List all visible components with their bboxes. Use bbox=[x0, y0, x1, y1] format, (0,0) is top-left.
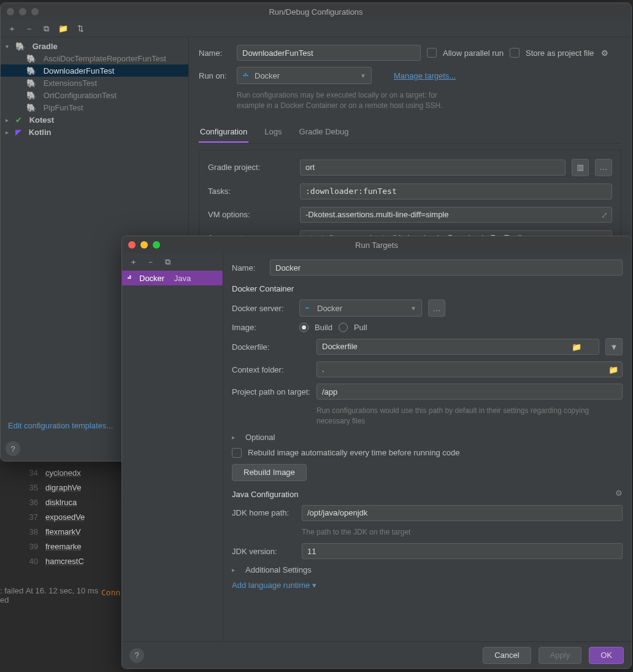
dockerfile-input[interactable]: Dockerfile 📁 bbox=[316, 339, 599, 355]
gear-icon[interactable]: ⚙ bbox=[600, 48, 610, 58]
copy-icon[interactable]: ⧉ bbox=[41, 24, 51, 34]
tree-item[interactable]: 🐘 ExtensionsTest bbox=[1, 77, 188, 89]
tree-item[interactable]: 🐘 AsciiDocTemplateReporterFunTest bbox=[1, 52, 188, 64]
svg-rect-4 bbox=[128, 277, 129, 279]
name-label: Name: bbox=[199, 48, 231, 58]
pull-radio[interactable] bbox=[339, 323, 348, 332]
svg-rect-7 bbox=[305, 307, 307, 309]
tree-gradle[interactable]: ▾🐘 Gradle bbox=[1, 40, 188, 52]
cancel-button[interactable]: Cancel bbox=[483, 647, 531, 664]
targets-sidebar: ＋ － ⧉ Docker Java bbox=[122, 253, 223, 641]
close-icon[interactable] bbox=[128, 241, 136, 249]
apply-button[interactable]: Apply bbox=[539, 647, 582, 664]
help-button[interactable]: ? bbox=[6, 441, 20, 456]
add-language-runtime-link[interactable]: Add language runtime ▾ bbox=[232, 581, 316, 590]
target-item-selected[interactable]: Docker Java bbox=[122, 271, 223, 285]
rebuild-checkbox[interactable] bbox=[232, 448, 242, 458]
project-picker-icon[interactable]: ▥ bbox=[572, 159, 589, 176]
tab-configuration[interactable]: Configuration bbox=[199, 122, 248, 143]
titlebar[interactable]: Run Targets bbox=[122, 236, 631, 253]
svg-rect-6 bbox=[129, 276, 131, 277]
gradle-project-input[interactable] bbox=[300, 160, 566, 176]
ok-button[interactable]: OK bbox=[589, 647, 624, 664]
allow-parallel-checkbox[interactable] bbox=[427, 48, 437, 58]
tasks-label: Tasks: bbox=[208, 187, 294, 196]
name-input[interactable] bbox=[237, 45, 421, 61]
manage-targets-link[interactable]: Manage targets... bbox=[394, 71, 456, 80]
jdk-home-input[interactable] bbox=[302, 505, 623, 521]
run-on-hint: Run configurations may be executed local… bbox=[237, 90, 445, 111]
remove-icon[interactable]: － bbox=[24, 24, 34, 34]
more-button[interactable]: … bbox=[428, 299, 445, 317]
tree-item-selected[interactable]: 🐘 DownloaderFunTest bbox=[1, 64, 188, 77]
more-button[interactable]: … bbox=[595, 159, 612, 176]
help-button[interactable]: ? bbox=[129, 648, 144, 663]
vm-options-label: VM options: bbox=[208, 210, 294, 219]
expand-icon[interactable]: ⤢ bbox=[601, 210, 608, 219]
project-path-label: Project path on target: bbox=[232, 387, 310, 396]
dockerfile-label: Dockerfile: bbox=[232, 342, 310, 352]
folder-icon[interactable]: 📁 bbox=[608, 365, 618, 374]
svg-rect-5 bbox=[129, 277, 131, 279]
dialog-title: Run Targets bbox=[355, 241, 398, 250]
gear-icon[interactable]: ⚙ bbox=[615, 489, 623, 498]
build-radio[interactable] bbox=[299, 323, 309, 332]
tab-logs[interactable]: Logs bbox=[263, 122, 283, 143]
tasks-input[interactable] bbox=[300, 183, 612, 199]
dropdown-button[interactable]: ▼ bbox=[605, 338, 623, 355]
console-text: Conn bbox=[101, 588, 120, 597]
target-name-input[interactable] bbox=[270, 260, 623, 276]
allow-parallel-label: Allow parallel run bbox=[443, 48, 504, 58]
additional-expander[interactable]: ▸Additional Settings bbox=[232, 565, 623, 574]
sort-icon[interactable]: ⇅ bbox=[75, 24, 85, 34]
tree-kotest[interactable]: ▸✔ Kotest bbox=[1, 114, 188, 126]
jdk-version-label: JDK version: bbox=[232, 547, 296, 556]
docker-icon bbox=[242, 71, 251, 80]
close-icon[interactable] bbox=[7, 8, 14, 15]
folder-icon[interactable]: 📁 bbox=[58, 24, 68, 34]
tree-item[interactable]: 🐘 PipFunTest bbox=[1, 101, 188, 114]
svg-rect-3 bbox=[247, 75, 248, 76]
docker-server-label: Docker server: bbox=[232, 304, 293, 313]
jdk-home-label: JDK home path: bbox=[232, 508, 296, 517]
vm-options-input[interactable]: -Dkotest.assertions.multi-line-diff=simp… bbox=[300, 207, 612, 223]
rebuild-label: Rebuild image automatically every time b… bbox=[248, 448, 459, 457]
folder-icon[interactable]: 📁 bbox=[572, 342, 581, 352]
context-folder-input[interactable]: . 📁 bbox=[316, 361, 623, 377]
docker-icon bbox=[127, 274, 136, 282]
config-toolbar: ＋ － ⧉ 📁 ⇅ bbox=[1, 20, 631, 37]
run-targets-dialog: Run Targets ＋ － ⧉ Docker Java Name: Dock… bbox=[121, 236, 632, 669]
run-on-label: Run on: bbox=[199, 71, 231, 80]
jdk-home-hint: The path to the JDK on the target bbox=[302, 527, 623, 538]
java-config-section: Java Configuration bbox=[232, 490, 298, 499]
rebuild-image-button[interactable]: Rebuild Image bbox=[232, 464, 307, 481]
gradle-project-label: Gradle project: bbox=[208, 163, 294, 172]
add-icon[interactable]: ＋ bbox=[128, 257, 138, 267]
run-on-dropdown[interactable]: Docker▼ bbox=[237, 67, 372, 84]
jdk-version-input[interactable] bbox=[302, 543, 623, 559]
add-icon[interactable]: ＋ bbox=[7, 24, 17, 34]
name-label: Name: bbox=[232, 263, 264, 272]
tab-gradle-debug[interactable]: Gradle Debug bbox=[298, 122, 350, 143]
minimize-icon[interactable] bbox=[140, 241, 148, 249]
minimize-icon[interactable] bbox=[19, 8, 26, 15]
tree-item[interactable]: 🐘 OrtConfigurationTest bbox=[1, 89, 188, 101]
tree-kotlin[interactable]: ▸◤ Kotlin bbox=[1, 126, 188, 138]
store-project-checkbox[interactable] bbox=[510, 48, 520, 58]
zoom-icon[interactable] bbox=[31, 8, 39, 15]
svg-rect-0 bbox=[243, 75, 244, 76]
dialog-title: Run/Debug Configurations bbox=[269, 7, 363, 17]
titlebar[interactable]: Run/Debug Configurations bbox=[1, 3, 631, 20]
optional-expander[interactable]: ▸Optional bbox=[232, 433, 623, 442]
project-path-input[interactable] bbox=[316, 384, 623, 400]
svg-rect-1 bbox=[245, 75, 246, 76]
copy-icon[interactable]: ⧉ bbox=[163, 257, 172, 267]
docker-server-dropdown[interactable]: Docker▼ bbox=[299, 299, 422, 317]
context-folder-label: Context folder: bbox=[232, 365, 310, 374]
svg-rect-2 bbox=[245, 73, 246, 74]
svg-rect-8 bbox=[307, 307, 309, 309]
remove-icon[interactable]: － bbox=[145, 257, 155, 267]
editor-background: 34cyclonedx 35digraphVe 36disklruca 37ex… bbox=[25, 465, 85, 568]
zoom-icon[interactable] bbox=[153, 241, 160, 249]
image-label: Image: bbox=[232, 323, 293, 332]
